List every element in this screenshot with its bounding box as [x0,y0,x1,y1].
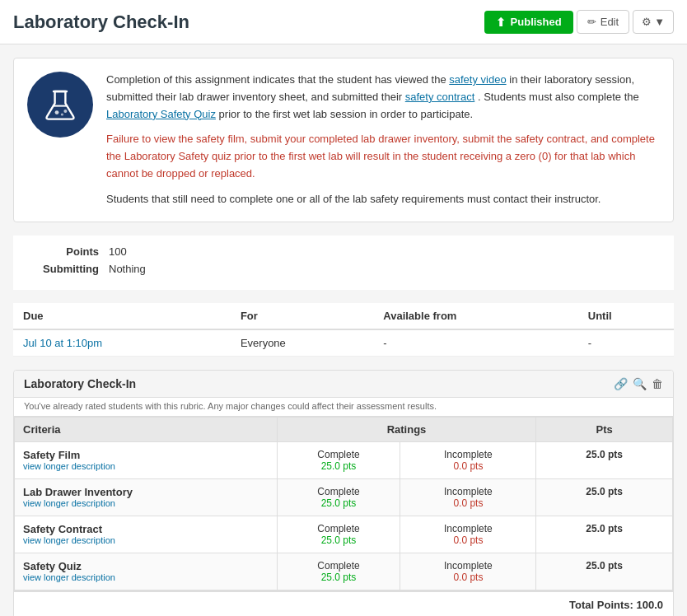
due-header: Due [13,303,231,329]
until-value: - [578,329,674,357]
criteria-name: Safety Quiz [23,560,269,572]
page-wrapper: Laboratory Check-In ⬆ Published ✏ Edit ⚙… [0,0,687,616]
rubric-table: Criteria Ratings Pts Safety Film view lo… [14,417,673,590]
gear-icon: ⚙ [642,16,652,28]
contact-paragraph: Students that still need to complete one… [106,191,660,208]
view-longer-link[interactable]: view longer description [23,535,269,545]
page-header: Laboratory Check-In ⬆ Published ✏ Edit ⚙… [0,0,687,44]
points-row: Points 100 [26,245,661,258]
rubric-subtitle: You've already rated students with this … [14,398,673,417]
incomplete-rating-cell: Incomplete 0.0 pts [400,478,536,516]
rubric-header-row: Criteria Ratings Pts [15,417,673,441]
page-title: Laboratory Check-In [13,12,189,33]
rubric-title: Laboratory Check-In [24,377,136,390]
edit-button[interactable]: ✏ Edit [577,10,629,34]
for-header: For [231,303,373,329]
complete-label: Complete [286,523,392,534]
view-longer-link[interactable]: view longer description [23,461,269,471]
edit-icon: ✏ [587,16,596,28]
complete-pts: 25.0 pts [286,497,392,509]
rubric-link-icon[interactable]: 🔗 [614,377,628,390]
points-value: 100 [109,245,127,258]
criteria-cell: Safety Contract view longer description [15,516,278,553]
published-icon: ⬆ [496,16,506,29]
warning-paragraph: Failure to view the safety film, submit … [106,131,660,182]
description-paragraph1: Completion of this assignment indicates … [106,72,660,123]
incomplete-pts: 0.0 pts [409,497,527,509]
submitting-label: Submitting [26,263,109,275]
pts-cell: 25.0 pts [536,441,673,478]
rubric-row: Lab Drawer Inventory view longer descrip… [15,478,673,516]
dates-table: Due For Available from Until Jul 10 at 1… [13,303,674,357]
gear-button[interactable]: ⚙ ▼ [633,10,674,34]
complete-pts: 25.0 pts [286,460,392,472]
safety-video-link[interactable]: safety video [449,73,506,86]
incomplete-pts: 0.0 pts [409,572,527,583]
until-header: Until [578,303,674,329]
view-longer-link[interactable]: view longer description [23,498,269,508]
criteria-name: Safety Film [23,449,269,461]
published-label: Published [511,16,562,28]
due-date-link[interactable]: Jul 10 at 1:10pm [23,337,102,349]
incomplete-rating-cell: Incomplete 0.0 pts [400,441,536,478]
rubric-delete-icon[interactable]: 🗑 [652,377,663,390]
svg-point-3 [63,110,67,113]
content-area: Completion of this assignment indicates … [0,44,687,616]
dates-header-row: Due For Available from Until [13,303,674,329]
rubric-action-icons: 🔗 🔍 🗑 [614,377,663,390]
header-actions: ⬆ Published ✏ Edit ⚙ ▼ [484,10,674,34]
complete-rating-cell: Complete 25.0 pts [277,478,400,516]
criteria-cell: Lab Drawer Inventory view longer descrip… [15,478,278,516]
complete-label: Complete [286,560,392,572]
rubric-row: Safety Film view longer description Comp… [15,441,673,478]
published-button[interactable]: ⬆ Published [484,11,573,34]
edit-label: Edit [601,16,619,28]
svg-point-2 [61,113,63,115]
gear-dropdown-arrow: ▼ [654,16,665,28]
criteria-cell: Safety Quiz view longer description [15,553,278,590]
pts-cell: 25.0 pts [536,553,673,590]
points-label: Points [26,245,109,258]
complete-pts: 25.0 pts [286,572,392,583]
available-from-value: - [373,329,577,357]
pts-cell: 25.0 pts [536,516,673,553]
incomplete-label: Incomplete [409,486,527,497]
rubric-section: Laboratory Check-In 🔗 🔍 🗑 You've already… [13,370,674,616]
description-text: Completion of this assignment indicates … [106,72,660,208]
lab-icon-circle [27,72,93,138]
details-section: Points 100 Submitting Nothing [13,236,674,290]
rubric-header: Laboratory Check-In 🔗 🔍 🗑 [14,371,673,398]
view-longer-link[interactable]: view longer description [23,572,269,582]
dates-section: Due For Available from Until Jul 10 at 1… [13,303,674,357]
lab-safety-quiz-link[interactable]: Laboratory Safety Quiz [106,108,216,120]
dates-data-row: Jul 10 at 1:10pm Everyone - - [13,329,674,357]
complete-rating-cell: Complete 25.0 pts [277,516,400,553]
safety-contract-link[interactable]: safety contract [405,91,475,103]
description-box: Completion of this assignment indicates … [13,58,674,222]
for-value: Everyone [231,329,373,357]
rubric-row: Safety Contract view longer description … [15,516,673,553]
complete-label: Complete [286,486,392,497]
rubric-total-row: Total Points: 100.0 [14,590,673,616]
submitting-value: Nothing [109,263,146,275]
due-value: Jul 10 at 1:10pm [13,329,231,357]
incomplete-label: Incomplete [409,560,527,572]
incomplete-pts: 0.0 pts [409,534,527,546]
submitting-row: Submitting Nothing [26,263,661,275]
available-from-header: Available from [373,303,577,329]
criteria-name: Lab Drawer Inventory [23,486,269,498]
complete-pts: 25.0 pts [286,534,392,546]
rubric-row: Safety Quiz view longer description Comp… [15,553,673,590]
complete-label: Complete [286,449,392,460]
rubric-search-icon[interactable]: 🔍 [633,377,647,390]
incomplete-label: Incomplete [409,449,527,460]
criteria-cell: Safety Film view longer description [15,441,278,478]
lab-flask-icon [40,85,80,124]
svg-point-1 [55,110,59,114]
incomplete-label: Incomplete [409,523,527,534]
criteria-name: Safety Contract [23,523,269,535]
complete-rating-cell: Complete 25.0 pts [277,441,400,478]
incomplete-rating-cell: Incomplete 0.0 pts [400,516,536,553]
incomplete-rating-cell: Incomplete 0.0 pts [400,553,536,590]
pts-col-header: Pts [536,417,673,441]
